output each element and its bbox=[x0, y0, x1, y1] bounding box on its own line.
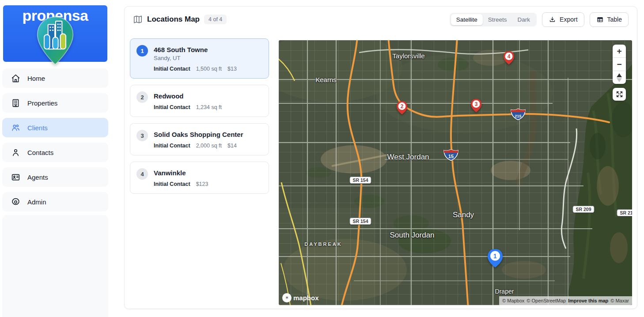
location-name: Redwood bbox=[154, 91, 222, 100]
location-card-1[interactable]: 1 468 South TowneSandy, UTInitial Contac… bbox=[130, 38, 269, 79]
sidebar-item-home[interactable]: Home bbox=[2, 68, 108, 88]
mapbox-mark-icon: ✶ bbox=[282, 293, 292, 302]
interstate-shield-icon: 215 bbox=[510, 108, 526, 122]
location-stage: Initial Contact bbox=[154, 181, 190, 187]
location-name: 468 South Towne bbox=[154, 45, 237, 53]
location-stage: Initial Contact bbox=[154, 104, 190, 110]
locations-map-panel: Locations Map 4 of 4 SatelliteStreetsDar… bbox=[124, 6, 637, 309]
location-sqft: 1,234 sq ft bbox=[196, 104, 222, 110]
location-price: $123 bbox=[196, 181, 208, 187]
sidebar-item-properties[interactable]: Properties bbox=[2, 93, 108, 113]
users-icon bbox=[11, 123, 21, 132]
road-badge: SR 209 bbox=[572, 206, 594, 213]
map-icon bbox=[133, 15, 143, 24]
map-container: TaylorsvilleKearnsWest JordanSandySouth … bbox=[279, 40, 632, 305]
location-city: Sandy, UT bbox=[154, 55, 237, 61]
attribution-link[interactable]: Improve this map bbox=[568, 298, 608, 303]
person-icon bbox=[11, 147, 21, 157]
zoom-out-button[interactable]: − bbox=[613, 58, 626, 71]
city-label-sandy: Sandy bbox=[453, 211, 474, 219]
location-card-4[interactable]: 4 VanwinkleInitial Contact$123 bbox=[130, 162, 269, 194]
city-label-south-jordan: South Jordan bbox=[390, 231, 434, 240]
attribution-link[interactable]: © Maxar bbox=[610, 298, 629, 303]
location-card-3[interactable]: 3 Solid Oaks Shopping CenterInitial Cont… bbox=[130, 123, 269, 155]
city-label-daybreak: DAYBREAK bbox=[304, 242, 342, 247]
export-button[interactable]: Export bbox=[542, 12, 584, 27]
table-icon bbox=[596, 16, 604, 23]
road-badge: SR 154 bbox=[349, 177, 371, 184]
map-marker-4[interactable]: 4 bbox=[503, 51, 515, 65]
city-label-draper: Draper bbox=[495, 288, 514, 295]
panel-header: Locations Map 4 of 4 SatelliteStreetsDar… bbox=[125, 7, 637, 32]
zoom-in-button[interactable]: + bbox=[613, 45, 626, 57]
sidebar: propensa Home Properties bbox=[0, 0, 110, 317]
map-attribution: © Mapbox© OpenStreetMapImprove this map©… bbox=[499, 296, 632, 305]
map-zoom-controls: + − bbox=[613, 45, 626, 84]
map-style-dark[interactable]: Dark bbox=[512, 14, 536, 25]
sidebar-item-contacts[interactable]: Contacts bbox=[2, 143, 108, 162]
city-label-taylorsville: Taylorsville bbox=[392, 52, 424, 60]
sidebar-item-admin[interactable]: Admin bbox=[2, 192, 108, 211]
svg-text:215: 215 bbox=[515, 114, 521, 118]
fullscreen-button[interactable] bbox=[613, 88, 626, 101]
road-badge: SR 21 bbox=[617, 209, 632, 216]
map-style-satellite[interactable]: Satellite bbox=[451, 14, 483, 25]
table-button[interactable]: Table bbox=[590, 12, 629, 27]
fullscreen-icon bbox=[616, 91, 623, 98]
location-stage: Initial Contact bbox=[154, 143, 190, 149]
location-number-badge: 3 bbox=[136, 130, 148, 141]
count-badge: 4 of 4 bbox=[204, 15, 227, 24]
location-name: Solid Oaks Shopping Center bbox=[154, 129, 243, 138]
mapbox-logo[interactable]: ✶ mapbox bbox=[282, 293, 319, 302]
location-number-badge: 2 bbox=[136, 91, 148, 103]
map-style-toggle: SatelliteStreetsDark bbox=[450, 13, 537, 26]
location-card-2[interactable]: 2 RedwoodInitial Contact1,234 sq ft bbox=[130, 85, 269, 117]
building-icon bbox=[11, 98, 21, 108]
location-number-badge: 4 bbox=[136, 168, 148, 180]
home-icon bbox=[11, 73, 21, 83]
city-label-kearns: Kearns bbox=[315, 76, 337, 83]
download-icon bbox=[549, 16, 556, 23]
map-marker-2[interactable]: 2 bbox=[396, 101, 408, 115]
svg-text:15: 15 bbox=[448, 154, 454, 159]
sidebar-item-agents[interactable]: Agents bbox=[2, 167, 108, 187]
location-list: 1 468 South TowneSandy, UTInitial Contac… bbox=[130, 38, 269, 200]
compass-button[interactable] bbox=[613, 71, 626, 84]
location-sqft: 1,500 sq ft bbox=[196, 66, 222, 72]
map-style-streets[interactable]: Streets bbox=[483, 14, 512, 25]
id-card-icon bbox=[11, 172, 21, 182]
map-marker-3[interactable]: 3 bbox=[470, 98, 482, 113]
location-stage: Initial Contact bbox=[154, 66, 190, 72]
location-name: Vanwinkle bbox=[154, 168, 208, 177]
compass-icon bbox=[617, 73, 622, 82]
page-title: Locations Map bbox=[147, 15, 200, 24]
map-marker-1[interactable]: 1 bbox=[487, 249, 503, 268]
location-sqft: 2,000 sq ft bbox=[196, 143, 222, 149]
location-number-badge: 1 bbox=[136, 45, 148, 57]
location-price: $13 bbox=[227, 66, 237, 72]
sidebar-nav: Home Properties Clients Contacts Agents … bbox=[2, 68, 108, 211]
sidebar-empty-panel bbox=[2, 215, 108, 317]
gear-icon bbox=[11, 197, 21, 207]
app-logo: propensa bbox=[3, 5, 107, 62]
attribution-link[interactable]: © OpenStreetMap bbox=[527, 298, 566, 303]
road-badge: SR 154 bbox=[349, 218, 371, 225]
attribution-link[interactable]: © Mapbox bbox=[502, 298, 524, 303]
interstate-shield-icon: 15 bbox=[443, 149, 459, 163]
city-label-west-jordan: West Jordan bbox=[387, 153, 429, 162]
logo-pin-icon bbox=[34, 14, 76, 68]
sidebar-item-clients[interactable]: Clients bbox=[2, 118, 108, 137]
location-price: $14 bbox=[227, 143, 237, 149]
